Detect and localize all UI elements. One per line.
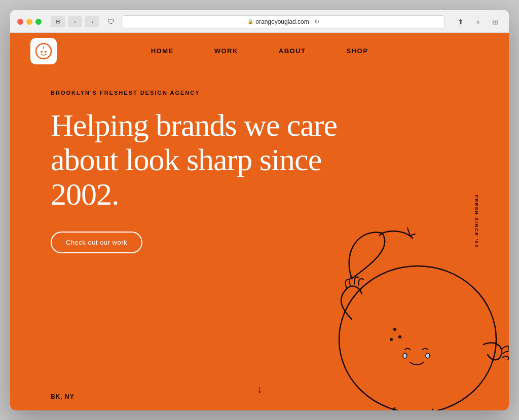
url-text: orangeyouglad.com [255, 18, 309, 25]
add-tab-icon[interactable]: + [471, 16, 485, 27]
shield-icon: 🛡 [104, 16, 118, 27]
svg-point-6 [390, 338, 393, 341]
hero-subtitle: BROOKLYN'S FRESHEST DESIGN AGENCY [51, 90, 468, 96]
grid-icon[interactable]: ⊞ [489, 16, 502, 27]
scroll-arrow[interactable]: ↓ [257, 384, 262, 395]
site-content: HOME WORK ABOUT SHOP BROOKLYN'S FRESHEST… [10, 33, 509, 410]
svg-point-0 [36, 44, 51, 59]
lock-icon: 🔒 [247, 19, 253, 24]
svg-point-8 [426, 353, 430, 358]
window-icon: ⊞ [51, 16, 65, 27]
nav-home[interactable]: HOME [151, 47, 174, 55]
close-button[interactable] [17, 19, 23, 25]
nav-about[interactable]: ABOUT [279, 47, 306, 55]
orange-character-illustration [301, 218, 509, 410]
browser-window: ⊞ ‹ › 🛡 🔒 orangeyouglad.com ↻ ⬆ + ⊞ [10, 10, 509, 410]
site-nav: HOME WORK ABOUT SHOP [10, 33, 509, 69]
svg-point-2 [45, 51, 47, 53]
svg-point-4 [393, 328, 396, 331]
address-bar-area: 🛡 🔒 orangeyouglad.com ↻ [104, 15, 445, 28]
traffic-lights [17, 19, 42, 25]
refresh-icon[interactable]: ↻ [314, 18, 319, 25]
location-text: BK, NY [51, 393, 75, 400]
hero-title: Helping brands we care about look sharp … [51, 108, 355, 212]
nav-work[interactable]: WORK [214, 47, 238, 55]
back-button[interactable]: ‹ [68, 16, 82, 27]
browser-controls: ⊞ ‹ › [51, 16, 99, 27]
logo-wrap[interactable] [30, 38, 57, 64]
cta-button[interactable]: Check out our work [51, 232, 142, 253]
browser-actions: ⬆ + ⊞ [454, 16, 502, 27]
logo-box [30, 38, 57, 64]
logo-icon [34, 42, 53, 60]
svg-point-5 [398, 335, 401, 338]
nav-shop[interactable]: SHOP [347, 47, 368, 55]
orange-svg [301, 218, 509, 410]
svg-point-1 [41, 51, 43, 53]
svg-point-3 [339, 266, 496, 410]
maximize-button[interactable] [35, 19, 42, 25]
browser-chrome: ⊞ ‹ › 🛡 🔒 orangeyouglad.com ↻ ⬆ + ⊞ [10, 10, 509, 33]
minimize-button[interactable] [26, 19, 32, 25]
svg-point-7 [403, 353, 407, 358]
share-icon[interactable]: ⬆ [454, 16, 467, 27]
nav-links: HOME WORK ABOUT SHOP [151, 47, 368, 55]
forward-button[interactable]: › [85, 16, 99, 27]
address-bar[interactable]: 🔒 orangeyouglad.com ↻ [122, 15, 445, 28]
